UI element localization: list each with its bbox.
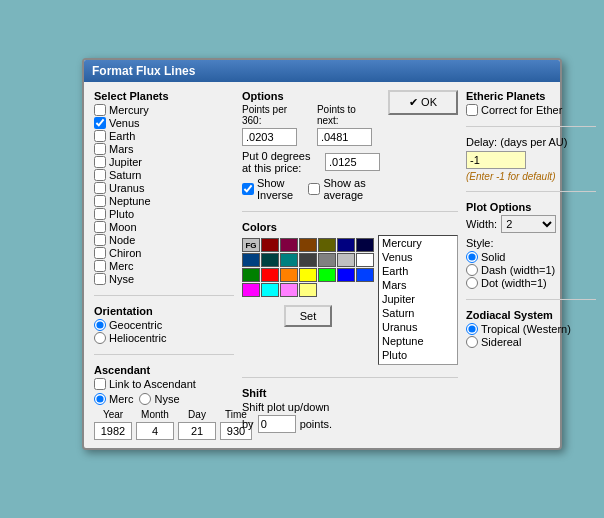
planet-list-item[interactable]: Neptune	[379, 334, 457, 348]
planet-chiron[interactable]: Chiron	[94, 247, 234, 259]
merc-checkbox[interactable]	[94, 260, 106, 272]
planet-list-item[interactable]: Venus	[379, 250, 457, 264]
style-solid-radio[interactable]	[466, 251, 478, 263]
nyse-checkbox[interactable]	[94, 273, 106, 285]
fg-cell[interactable]: FG	[242, 238, 260, 252]
geocentric-radio[interactable]	[94, 319, 106, 331]
pluto-checkbox[interactable]	[94, 208, 106, 220]
planet-pluto[interactable]: Pluto	[94, 208, 234, 220]
planet-earth[interactable]: Earth	[94, 130, 234, 142]
planet-list-item[interactable]: Uranus	[379, 320, 457, 334]
planet-list-item[interactable]: Mercury	[379, 236, 457, 250]
color-cell[interactable]	[356, 268, 374, 282]
planet-mars[interactable]: Mars	[94, 143, 234, 155]
color-cell[interactable]	[280, 238, 298, 252]
color-cell[interactable]	[261, 238, 279, 252]
tropical-radio[interactable]	[466, 323, 478, 335]
planet-list-item[interactable]: Saturn	[379, 306, 457, 320]
color-cell[interactable]	[318, 253, 336, 267]
asc-merc-radio[interactable]	[94, 393, 106, 405]
color-cell[interactable]	[299, 253, 317, 267]
planet-jupiter[interactable]: Jupiter	[94, 156, 234, 168]
color-cell[interactable]	[356, 238, 374, 252]
put-0-input[interactable]	[325, 153, 380, 171]
color-cell[interactable]	[299, 268, 317, 282]
earth-checkbox[interactable]	[94, 130, 106, 142]
planet-node[interactable]: Node	[94, 234, 234, 246]
zodiacal-tropical[interactable]: Tropical (Western)	[466, 323, 596, 335]
planet-list-item[interactable]: Moon	[379, 362, 457, 365]
year-input[interactable]	[94, 422, 132, 440]
chiron-checkbox[interactable]	[94, 247, 106, 259]
asc-merc-option[interactable]: Merc	[94, 393, 133, 405]
zodiacal-sidereal[interactable]: Sidereal	[466, 336, 596, 348]
color-cell[interactable]	[337, 238, 355, 252]
mars-checkbox[interactable]	[94, 143, 106, 155]
sidereal-radio[interactable]	[466, 336, 478, 348]
show-average[interactable]: Show as average	[308, 177, 380, 201]
planet-list-item[interactable]: Earth	[379, 264, 457, 278]
color-cell[interactable]	[280, 268, 298, 282]
shift-input[interactable]	[258, 415, 296, 433]
heliocentric-radio[interactable]	[94, 332, 106, 344]
asc-nyse-radio[interactable]	[139, 393, 151, 405]
jupiter-checkbox[interactable]	[94, 156, 106, 168]
set-button[interactable]: Set	[284, 305, 333, 327]
color-cell[interactable]	[337, 253, 355, 267]
uranus-checkbox[interactable]	[94, 182, 106, 194]
planet-uranus[interactable]: Uranus	[94, 182, 234, 194]
planet-list-item[interactable]: Mars	[379, 278, 457, 292]
color-cell[interactable]	[242, 253, 260, 267]
style-solid[interactable]: Solid	[466, 251, 596, 263]
style-dash[interactable]: Dash (width=1)	[466, 264, 596, 276]
show-inverse-checkbox[interactable]	[242, 183, 254, 195]
planet-color-list[interactable]: Mercury Venus Earth Mars Jupiter Saturn …	[378, 235, 458, 365]
link-ascendant-checkbox[interactable]	[94, 378, 106, 390]
color-cell[interactable]	[299, 283, 317, 297]
width-select[interactable]: 1 2 3 4	[501, 215, 556, 233]
node-checkbox[interactable]	[94, 234, 106, 246]
style-dot[interactable]: Dot (width=1)	[466, 277, 596, 289]
planet-moon[interactable]: Moon	[94, 221, 234, 233]
color-cell[interactable]	[261, 253, 279, 267]
color-cell[interactable]	[337, 268, 355, 282]
planet-list-item[interactable]: Jupiter	[379, 292, 457, 306]
color-cell[interactable]	[261, 283, 279, 297]
color-cell[interactable]	[318, 238, 336, 252]
show-average-checkbox[interactable]	[308, 183, 320, 195]
planet-merc[interactable]: Merc	[94, 260, 234, 272]
heliocentric-option[interactable]: Heliocentric	[94, 332, 234, 344]
color-cell[interactable]	[318, 268, 336, 282]
planet-venus[interactable]: Venus	[94, 117, 234, 129]
points-to-next-input[interactable]	[317, 128, 372, 146]
color-cell[interactable]	[242, 283, 260, 297]
show-inverse[interactable]: Show Inverse	[242, 177, 300, 201]
style-dash-radio[interactable]	[466, 264, 478, 276]
points-per-360-input[interactable]	[242, 128, 297, 146]
color-cell[interactable]	[242, 268, 260, 282]
correct-ether[interactable]: Correct for Ether	[466, 104, 596, 116]
day-input[interactable]	[178, 422, 216, 440]
planet-saturn[interactable]: Saturn	[94, 169, 234, 181]
color-cell[interactable]	[280, 283, 298, 297]
ok-button[interactable]: ✔ OK	[388, 90, 458, 115]
planet-neptune[interactable]: Neptune	[94, 195, 234, 207]
link-ascendant[interactable]: Link to Ascendant	[94, 378, 196, 390]
mercury-checkbox[interactable]	[94, 104, 106, 116]
moon-checkbox[interactable]	[94, 221, 106, 233]
color-cell[interactable]	[280, 253, 298, 267]
color-cell[interactable]	[356, 253, 374, 267]
month-input[interactable]	[136, 422, 174, 440]
asc-nyse-option[interactable]: Nyse	[139, 393, 179, 405]
venus-checkbox[interactable]	[94, 117, 106, 129]
neptune-checkbox[interactable]	[94, 195, 106, 207]
saturn-checkbox[interactable]	[94, 169, 106, 181]
style-dot-radio[interactable]	[466, 277, 478, 289]
planet-mercury[interactable]: Mercury	[94, 104, 234, 116]
correct-ether-checkbox[interactable]	[466, 104, 478, 116]
planet-list-item[interactable]: Pluto	[379, 348, 457, 362]
color-cell[interactable]	[299, 238, 317, 252]
planet-nyse[interactable]: Nyse	[94, 273, 234, 285]
delay-input[interactable]	[466, 151, 526, 169]
color-cell[interactable]	[261, 268, 279, 282]
